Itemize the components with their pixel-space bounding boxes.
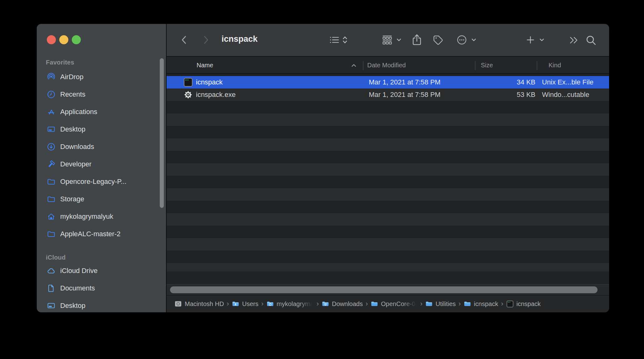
- file-kind: Windo...cutable: [542, 91, 589, 99]
- path-separator: ›: [501, 300, 503, 308]
- sidebar-item-label: Developer: [60, 160, 91, 168]
- download-circle-icon: [47, 142, 56, 151]
- path-separator: ›: [316, 300, 319, 308]
- column-separator[interactable]: [475, 61, 476, 70]
- sidebar-item-label: Applications: [60, 108, 97, 116]
- path-separator: ›: [366, 300, 368, 308]
- sidebar-item-label: AirDrop: [60, 73, 84, 81]
- path-item-label: icnspack: [474, 300, 498, 308]
- folder-icon: [425, 300, 433, 308]
- path-item-label: Users: [242, 300, 258, 308]
- column-separator[interactable]: [363, 61, 363, 70]
- sidebar-item-label: mykolagrymalyuk: [60, 213, 113, 221]
- sidebar-item-label: Opencore-Legacy-P...: [60, 178, 126, 186]
- path-item-macintosh-hd[interactable]: Macintosh HD: [174, 300, 224, 308]
- file-row-icnspack[interactable]: icnspack Mar 1, 2021 at 7:58 PM 34 KB Un…: [167, 76, 609, 89]
- sidebar-item-applications[interactable]: Applications: [37, 103, 166, 121]
- document-icon: [47, 284, 56, 293]
- sidebar-section-icloud-title: iCloud: [46, 254, 166, 262]
- sidebar-item-opencore-legacy[interactable]: Opencore-Legacy-P...: [37, 173, 166, 190]
- content-area: icnspack: [167, 24, 609, 312]
- search-button[interactable]: [585, 35, 597, 46]
- column-separator[interactable]: [537, 61, 537, 70]
- clock-icon: [47, 90, 56, 99]
- column-header-size[interactable]: Size: [481, 61, 493, 69]
- double-chevron-right-icon: [569, 36, 579, 45]
- sidebar-content: Favorites AirDrop: [37, 24, 166, 312]
- sidebar-item-documents[interactable]: Documents: [37, 280, 166, 297]
- file-list: icnspack Mar 1, 2021 at 7:58 PM 34 KB Un…: [167, 74, 609, 284]
- icloud-list: iCloud Drive Documents: [37, 262, 166, 312]
- show-more-toolbar-button[interactable]: [569, 36, 579, 45]
- sidebar-item-developer[interactable]: Developer: [37, 156, 166, 173]
- more-actions-button[interactable]: [456, 35, 476, 45]
- column-header-date-modified[interactable]: Date Modified: [367, 61, 406, 69]
- sidebar-item-downloads[interactable]: Downloads: [37, 138, 166, 156]
- sidebar-item-label: Storage: [60, 195, 84, 203]
- path-separator: ›: [261, 300, 263, 308]
- sidebar-item-applealc[interactable]: AppleALC-master-2: [37, 225, 166, 243]
- group-by-button[interactable]: [382, 35, 401, 45]
- file-row-icnspack-exe[interactable]: icnspack.exe Mar 1, 2021 at 7:58 PM 53 K…: [167, 89, 609, 101]
- file-date-modified: Mar 1, 2021 at 7:58 PM: [369, 78, 441, 86]
- path-separator: ›: [227, 300, 229, 308]
- path-item-downloads[interactable]: Downloads: [322, 300, 363, 308]
- path-item-label: Utilities: [436, 300, 456, 308]
- forward-button[interactable]: [201, 35, 211, 45]
- toolbar: icnspack: [167, 24, 609, 56]
- file-date-modified: Mar 1, 2021 at 7:58 PM: [369, 91, 441, 99]
- sidebar-item-label: Recents: [60, 90, 85, 98]
- search-icon: [585, 35, 597, 46]
- horizontal-scrollbar-track[interactable]: [167, 284, 609, 295]
- file-name: icnspack.exe: [196, 91, 236, 99]
- new-item-button[interactable]: [526, 36, 544, 44]
- sidebar-item-airdrop[interactable]: AirDrop: [37, 68, 166, 86]
- sidebar-item-storage[interactable]: Storage: [37, 190, 166, 208]
- file-size: 34 KB: [479, 78, 535, 86]
- sidebar-section-favorites-title: Favorites: [46, 59, 166, 67]
- sidebar-item-desktop[interactable]: Desktop: [37, 121, 166, 138]
- sidebar-scrollbar[interactable]: [160, 58, 164, 208]
- back-button[interactable]: [179, 35, 189, 45]
- folder-icon: [464, 300, 471, 308]
- column-header-name[interactable]: Name: [197, 61, 213, 69]
- sidebar-item-desktop-icloud[interactable]: Desktop: [37, 297, 166, 312]
- list-column-header: Name Date Modified Size Kind: [167, 56, 609, 74]
- sidebar-item-icloud-drive[interactable]: iCloud Drive: [37, 262, 166, 280]
- group-by-icon: [382, 35, 393, 45]
- desktop-icon: [47, 301, 56, 310]
- path-item-user-home[interactable]: mykolagryma: [266, 300, 314, 308]
- path-item-icnspack-folder[interactable]: icnspack: [464, 300, 498, 308]
- folder-icon: [47, 230, 56, 238]
- column-header-kind[interactable]: Kind: [549, 61, 561, 69]
- path-item-label: OpenCore-0-: [381, 300, 417, 308]
- chevron-down-icon: [397, 38, 401, 41]
- plus-icon: [526, 36, 535, 44]
- airdrop-icon: [47, 73, 56, 81]
- desktop-background: Favorites AirDrop: [0, 0, 644, 359]
- sidebar: Favorites AirDrop: [37, 24, 166, 312]
- path-item-icnspack-file[interactable]: icnspack: [506, 300, 541, 308]
- sidebar-item-label: AppleALC-master-2: [60, 230, 120, 238]
- folder-icon: [47, 195, 56, 203]
- terminal-executable-icon: [183, 78, 193, 87]
- path-item-users[interactable]: Users: [232, 300, 258, 308]
- share-button[interactable]: [411, 33, 422, 46]
- sidebar-item-recents[interactable]: Recents: [37, 86, 166, 103]
- folder-icon: [47, 177, 56, 186]
- path-item-opencore[interactable]: OpenCore-0-: [371, 300, 417, 308]
- horizontal-scrollbar-thumb[interactable]: [170, 286, 598, 293]
- empty-list-stripes: [167, 101, 609, 271]
- tag-button[interactable]: [432, 34, 444, 45]
- terminal-executable-icon: [506, 300, 514, 308]
- file-name: icnspack: [196, 78, 223, 86]
- path-item-utilities[interactable]: Utilities: [425, 300, 456, 308]
- path-item-label: mykolagryma: [277, 300, 314, 308]
- sidebar-item-label: Documents: [60, 284, 95, 292]
- list-view-icon: [329, 35, 339, 45]
- sidebar-item-label: Desktop: [60, 302, 85, 310]
- sidebar-item-home[interactable]: mykolagrymalyuk: [37, 208, 166, 225]
- view-list-button[interactable]: [329, 35, 348, 45]
- path-separator: ›: [420, 300, 422, 308]
- path-bar: Macintosh HD › Users ›: [167, 295, 609, 312]
